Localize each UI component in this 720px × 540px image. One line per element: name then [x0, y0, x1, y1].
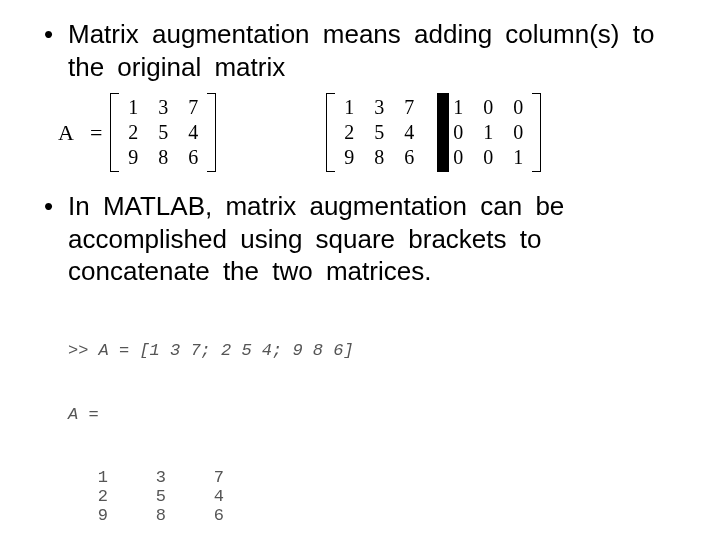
slide: Matrix augmentation means adding column(… [0, 0, 720, 540]
cell: 3 [146, 468, 204, 487]
matrix-augmented-body: 1 3 7 1 0 0 2 5 4 0 1 0 9 8 6 0 0 1 [335, 93, 532, 172]
cell: 6 [187, 146, 199, 169]
right-bracket-icon [207, 93, 216, 172]
cell: 1 [68, 468, 146, 487]
cell: 8 [146, 506, 204, 525]
cell: 3 [157, 96, 169, 119]
cell: 5 [157, 121, 169, 144]
cell: 1 [343, 96, 355, 119]
cell: 0 [452, 121, 464, 144]
cell: 0 [512, 96, 524, 119]
matrix-augmented: 1 3 7 1 0 0 2 5 4 0 1 0 9 8 6 0 0 1 [326, 93, 541, 172]
right-bracket-icon [532, 93, 541, 172]
matrix-A: 1 3 7 2 5 4 9 8 6 [110, 93, 216, 172]
cell: 9 [68, 506, 146, 525]
code-line: A = [68, 404, 680, 425]
cell: 3 [373, 96, 385, 119]
bullet-list: Matrix augmentation means adding column(… [40, 18, 680, 83]
left-bracket-icon [110, 93, 119, 172]
cell: 9 [343, 146, 355, 169]
cell: 5 [373, 121, 385, 144]
bullet-list-2: In MATLAB, matrix augmentation can be ac… [40, 190, 680, 288]
cell: 4 [204, 487, 262, 506]
cell: 7 [204, 468, 262, 487]
cell: 0 [482, 96, 494, 119]
bullet-1-text: Matrix augmentation means adding column(… [68, 19, 654, 82]
cell: 5 [146, 487, 204, 506]
matrix-definition-row: A = 1 3 7 2 5 4 9 8 6 1 3 7 [58, 93, 680, 172]
cell: 9 [127, 146, 139, 169]
table-row: 2 5 4 [68, 487, 262, 506]
cell: 4 [403, 121, 415, 144]
cell: 2 [68, 487, 146, 506]
cell: 1 [512, 146, 524, 169]
equation-equals: = [90, 120, 102, 146]
matrix-A-body: 1 3 7 2 5 4 9 8 6 [119, 93, 207, 172]
cell: 8 [157, 146, 169, 169]
cell: 7 [403, 96, 415, 119]
cell: 0 [512, 121, 524, 144]
augment-divider-icon [437, 93, 449, 172]
table-row: 1 3 7 [68, 468, 262, 487]
cell: 0 [482, 146, 494, 169]
bullet-2: In MATLAB, matrix augmentation can be ac… [40, 190, 680, 288]
equation-lhs: A [58, 120, 74, 146]
left-bracket-icon [326, 93, 335, 172]
cell: 2 [343, 121, 355, 144]
code-line: >> A = [1 3 7; 2 5 4; 9 8 6] [68, 340, 680, 361]
cell: 6 [204, 506, 262, 525]
bullet-2-text: In MATLAB, matrix augmentation can be ac… [68, 191, 564, 286]
cell: 7 [187, 96, 199, 119]
cell: 1 [482, 121, 494, 144]
matlab-output-A: 1 3 7 2 5 4 9 8 6 [68, 468, 262, 525]
cell: 8 [373, 146, 385, 169]
table-row: 9 8 6 [68, 506, 262, 525]
cell: 2 [127, 121, 139, 144]
cell: 0 [452, 146, 464, 169]
cell: 6 [403, 146, 415, 169]
matlab-block: >> A = [1 3 7; 2 5 4; 9 8 6] A = [68, 298, 680, 468]
matlab-block-2: >> [A eye(size(A))] ans = [68, 525, 680, 541]
bullet-1: Matrix augmentation means adding column(… [40, 18, 680, 83]
cell: 1 [127, 96, 139, 119]
cell: 4 [187, 121, 199, 144]
cell: 1 [452, 96, 464, 119]
